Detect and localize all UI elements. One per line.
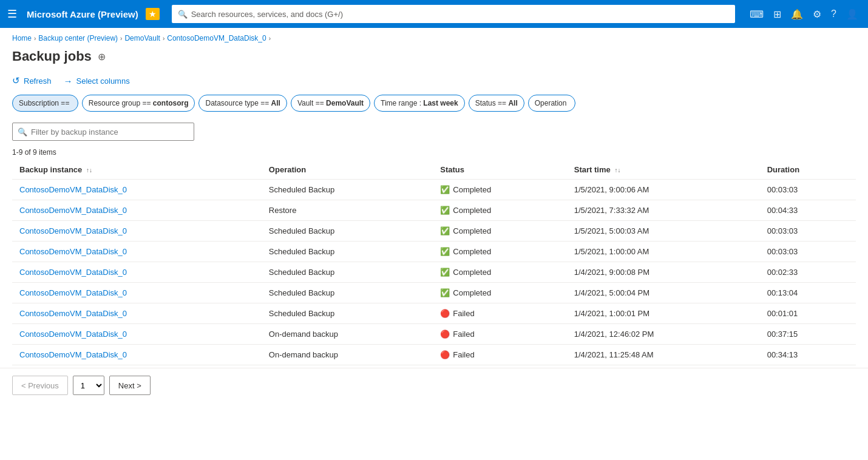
failed-icon: 🔴 [440,330,450,339]
columns-label: Select columns [76,76,130,86]
operation-cell: Scheduled Backup [262,283,433,303]
table-row[interactable]: ContosoDemoVM_DataDisk_0Scheduled Backup… [12,180,856,200]
table-header: Backup instance ↑↓OperationStatusStart t… [12,160,856,180]
search-box[interactable]: 🔍 [12,123,194,141]
bell-icon[interactable]: 🔔 [788,6,805,22]
help-icon[interactable]: ? [829,6,839,22]
table-row[interactable]: ContosoDemoVM_DataDisk_0Scheduled Backup… [12,221,856,242]
instance-cell: ContosoDemoVM_DataDisk_0 [12,324,262,345]
table-wrapper: Backup instance ↑↓OperationStatusStart t… [0,160,868,365]
breadcrumb-demovault[interactable]: DemoVault [124,34,160,42]
hamburger-icon[interactable]: ☰ [7,7,17,21]
status-text: Completed [453,206,491,215]
status-text: Failed [453,330,474,339]
operation-cell: Restore [262,200,433,221]
status-text: Completed [453,226,491,235]
duration-cell: 00:01:01 [760,303,856,324]
favorite-icon[interactable]: ★ [146,8,160,20]
completed-icon: ✅ [440,288,450,297]
breadcrumb-home[interactable]: Home [12,34,32,42]
app-title: Microsoft Azure (Preview) [27,9,138,19]
table-row[interactable]: ContosoDemoVM_DataDisk_0Scheduled Backup… [12,262,856,283]
duration-cell: 00:13:04 [760,283,856,303]
filter-chip[interactable]: Vault == DemoVault [291,95,370,112]
terminal-icon[interactable]: ⌨ [747,6,766,22]
breadcrumb-sep-3: › [163,35,164,42]
search-placeholder: Search resources, services, and docs (G+… [191,10,343,19]
page-select[interactable]: 1 [73,376,104,395]
table-row[interactable]: ContosoDemoVM_DataDisk_0Scheduled Backup… [12,303,856,324]
operation-cell: On-demand backup [262,324,433,345]
status-cell: 🔴Failed [433,345,566,365]
duration-cell: 00:03:03 [760,221,856,242]
status-cell: ✅Completed [433,180,566,200]
instance-cell: ContosoDemoVM_DataDisk_0 [12,221,262,242]
duplicate-icon[interactable]: ⊕ [98,51,106,63]
settings-icon[interactable]: ⚙ [810,6,824,22]
table-column-start-time[interactable]: Start time ↑↓ [567,160,760,180]
table-row[interactable]: ContosoDemoVM_DataDisk_0On-demand backup… [12,345,856,365]
breadcrumb-backup-center[interactable]: Backup center (Preview) [38,34,118,42]
search-icon: 🔍 [178,10,188,19]
operation-cell: On-demand backup [262,345,433,365]
filter-chip[interactable]: Operation [528,95,575,112]
table-row[interactable]: ContosoDemoVM_DataDisk_0Scheduled Backup… [12,283,856,303]
breadcrumb-sep-4: › [269,35,271,42]
table-column-operation: Operation [262,160,433,180]
backup-jobs-table: Backup instance ↑↓OperationStatusStart t… [12,160,856,365]
instance-cell: ContosoDemoVM_DataDisk_0 [12,283,262,303]
sort-icon[interactable]: ↑↓ [84,167,92,174]
status-text: Completed [453,288,491,297]
table-row[interactable]: ContosoDemoVM_DataDisk_0Scheduled Backup… [12,242,856,262]
failed-icon: 🔴 [440,350,450,359]
operation-cell: Scheduled Backup [262,262,433,283]
topbar-actions: ⌨ ⊞ 🔔 ⚙ ? 👤 [747,6,861,22]
status-text: Failed [453,350,474,359]
completed-icon: ✅ [440,268,450,277]
start-time-cell: 1/5/2021, 9:00:06 AM [567,180,760,200]
search-icon: 🔍 [18,127,27,137]
breadcrumb-sep-2: › [120,35,122,42]
select-columns-button[interactable]: → Select columns [64,76,130,86]
start-time-cell: 1/5/2021, 7:33:32 AM [567,200,760,221]
start-time-cell: 1/4/2021, 11:25:48 AM [567,345,760,365]
filter-chip[interactable]: Status == All [469,95,524,112]
topbar: ☰ Microsoft Azure (Preview) ★ 🔍 Search r… [0,0,868,28]
status-cell: ✅Completed [433,200,566,221]
refresh-label: Refresh [24,76,52,86]
refresh-icon: ↺ [12,75,20,86]
instance-cell: ContosoDemoVM_DataDisk_0 [12,303,262,324]
duration-cell: 00:03:03 [760,242,856,262]
global-search[interactable]: 🔍 Search resources, services, and docs (… [172,5,735,23]
duration-cell: 00:04:33 [760,200,856,221]
completed-icon: ✅ [440,226,450,235]
item-count: 1-9 of 9 items [0,144,868,160]
start-time-cell: 1/5/2021, 5:00:03 AM [567,221,760,242]
pagination: < Previous 1 Next > [0,368,868,402]
status-cell: ✅Completed [433,242,566,262]
breadcrumb-sep-1: › [34,35,36,42]
filter-chip[interactable]: Subscription == [12,95,78,112]
table-row[interactable]: ContosoDemoVM_DataDisk_0Restore✅Complete… [12,200,856,221]
account-icon[interactable]: 👤 [844,6,861,22]
filter-chip[interactable]: Datasource type == All [198,95,287,112]
table-column-backup-instance[interactable]: Backup instance ↑↓ [12,160,262,180]
next-button[interactable]: Next > [109,376,151,395]
table-column-duration: Duration [760,160,856,180]
filter-chip[interactable]: Time range : Last week [374,95,465,112]
completed-icon: ✅ [440,185,450,194]
operation-cell: Scheduled Backup [262,180,433,200]
instance-cell: ContosoDemoVM_DataDisk_0 [12,262,262,283]
status-text: Completed [453,185,491,194]
filter-chip[interactable]: Resource group == contosorg [82,95,195,112]
table-row[interactable]: ContosoDemoVM_DataDisk_0On-demand backup… [12,324,856,345]
instance-cell: ContosoDemoVM_DataDisk_0 [12,345,262,365]
portal-icon[interactable]: ⊞ [771,6,784,22]
refresh-button[interactable]: ↺ Refresh [12,75,52,86]
search-input[interactable] [31,127,189,137]
breadcrumb-contoso[interactable]: ContosoDemoVM_DataDisk_0 [167,34,266,42]
sort-icon[interactable]: ↑↓ [613,167,621,174]
previous-button[interactable]: < Previous [12,376,68,395]
failed-icon: 🔴 [440,309,450,318]
filter-row: Subscription == Resource group == contos… [0,90,868,117]
